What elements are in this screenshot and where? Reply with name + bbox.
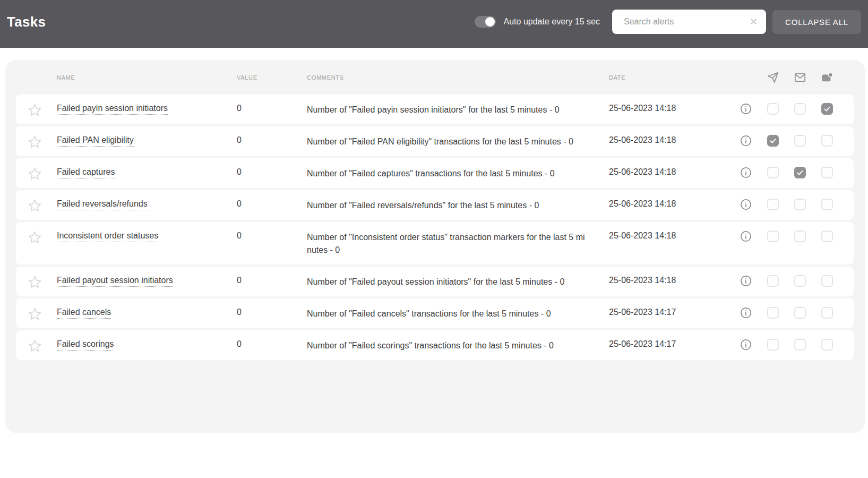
table-row: Failed payin session initiators 0 Number…: [16, 95, 854, 124]
favorite-star-icon[interactable]: [28, 339, 42, 353]
column-header-date: DATE: [609, 74, 740, 81]
mail-checkbox[interactable]: [794, 307, 806, 319]
favorite-star-icon[interactable]: [28, 135, 42, 149]
task-value: 0: [237, 298, 307, 328]
info-icon[interactable]: [740, 231, 752, 242]
task-date: 25-06-2023 14:18: [609, 126, 740, 156]
task-value: 0: [237, 222, 307, 264]
table-body: Failed payin session initiators 0 Number…: [5, 95, 865, 360]
task-name-link[interactable]: Failed PAN eligibility: [57, 135, 134, 147]
notifications-cell: [740, 330, 854, 360]
name-cell: Failed PAN eligibility: [57, 126, 237, 156]
table-row: Failed reversals/refunds 0 Number of "Fa…: [16, 190, 854, 220]
notifications-cell: [740, 267, 854, 296]
favorite-star-icon[interactable]: [28, 231, 42, 245]
favorite-star-icon[interactable]: [28, 275, 42, 289]
search-input[interactable]: [612, 10, 766, 34]
task-name-link[interactable]: Inconsistent order statuses: [57, 231, 158, 242]
telegram-checkbox[interactable]: [767, 167, 779, 178]
table-row: Failed payout session initiators 0 Numbe…: [16, 267, 854, 296]
mail-icon: [794, 72, 806, 83]
task-name-link[interactable]: Failed scorings: [57, 339, 114, 351]
task-value: 0: [237, 158, 307, 188]
push-checkbox[interactable]: [821, 103, 833, 115]
column-header-icons: [740, 72, 854, 83]
favorite-star-icon[interactable]: [28, 307, 42, 321]
notifications-cell: [740, 95, 854, 124]
info-icon[interactable]: [740, 103, 752, 115]
auto-update-label: Auto update every 15 sec: [504, 17, 600, 27]
favorite-star-icon[interactable]: [28, 167, 42, 181]
push-checkbox[interactable]: [821, 231, 833, 242]
mail-checkbox[interactable]: [794, 275, 806, 287]
info-icon[interactable]: [740, 339, 752, 351]
mail-checkbox[interactable]: [794, 167, 806, 178]
app-header: Tasks Auto update every 15 sec ✕ COLLAPS…: [0, 0, 868, 48]
favorite-star-icon[interactable]: [28, 199, 42, 213]
push-checkbox[interactable]: [821, 199, 833, 210]
notifications-cell: [740, 190, 854, 220]
telegram-checkbox[interactable]: [767, 339, 779, 351]
clear-search-icon[interactable]: ✕: [750, 17, 758, 27]
star-cell: [16, 126, 57, 156]
notifications-cell: [740, 222, 854, 264]
telegram-checkbox[interactable]: [767, 275, 779, 287]
push-checkbox[interactable]: [821, 167, 833, 178]
table-row: Failed captures 0 Number of "Failed capt…: [16, 158, 854, 188]
mail-checkbox[interactable]: [794, 199, 806, 210]
push-checkbox[interactable]: [821, 135, 833, 147]
task-date: 25-06-2023 14:17: [609, 298, 740, 328]
star-cell: [16, 267, 57, 296]
star-cell: [16, 95, 57, 124]
task-name-link[interactable]: Failed payout session initiators: [57, 276, 173, 287]
telegram-checkbox[interactable]: [767, 307, 779, 319]
info-icon[interactable]: [740, 135, 752, 147]
task-comment: Number of "Failed PAN eligibility" trans…: [307, 126, 609, 156]
star-cell: [16, 222, 57, 264]
star-cell: [16, 190, 57, 220]
table-row: Failed PAN eligibility 0 Number of "Fail…: [16, 126, 854, 156]
info-column-spacer: [740, 72, 752, 83]
task-value: 0: [237, 126, 307, 156]
notifications-cell: [740, 126, 854, 156]
mail-checkbox[interactable]: [794, 135, 806, 147]
task-name-link[interactable]: Failed reversals/refunds: [57, 199, 148, 210]
task-value: 0: [237, 95, 307, 124]
push-checkbox[interactable]: [821, 275, 833, 287]
task-value: 0: [237, 267, 307, 296]
task-name-link[interactable]: Failed payin session initiators: [57, 104, 168, 115]
telegram-send-icon: [767, 72, 779, 83]
column-header-value: VALUE: [237, 74, 307, 81]
task-date: 25-06-2023 14:18: [609, 95, 740, 124]
task-comment: Number of "Failed reversals/refunds" for…: [307, 190, 609, 220]
info-icon[interactable]: [740, 307, 752, 319]
star-cell: [16, 330, 57, 360]
name-cell: Failed reversals/refunds: [57, 190, 237, 220]
info-icon[interactable]: [740, 167, 752, 178]
info-icon[interactable]: [740, 275, 752, 287]
telegram-checkbox[interactable]: [767, 199, 779, 210]
notifications-cell: [740, 158, 854, 188]
favorite-star-icon[interactable]: [28, 103, 42, 117]
auto-update-toggle[interactable]: [475, 16, 496, 28]
star-cell: [16, 298, 57, 328]
mail-checkbox[interactable]: [794, 231, 806, 242]
tasks-card: NAME VALUE COMMENTS DATE: [5, 60, 865, 433]
telegram-checkbox[interactable]: [767, 231, 779, 242]
mail-checkbox[interactable]: [794, 339, 806, 351]
task-name-link[interactable]: Failed cancels: [57, 308, 111, 319]
telegram-checkbox[interactable]: [767, 135, 779, 147]
header-controls: Auto update every 15 sec ✕ COLLAPSE ALL: [475, 10, 861, 34]
collapse-all-button[interactable]: COLLAPSE ALL: [772, 10, 861, 34]
name-cell: Failed payin session initiators: [57, 95, 237, 124]
telegram-checkbox[interactable]: [767, 103, 779, 115]
table-row: Failed cancels 0 Number of "Failed cance…: [16, 298, 854, 328]
mail-checkbox[interactable]: [794, 103, 806, 115]
task-value: 0: [237, 330, 307, 360]
push-checkbox[interactable]: [821, 307, 833, 319]
push-checkbox[interactable]: [821, 339, 833, 351]
info-icon[interactable]: [740, 199, 752, 210]
page-title: Tasks: [7, 14, 46, 30]
name-cell: Failed payout session initiators: [57, 267, 237, 296]
task-name-link[interactable]: Failed captures: [57, 167, 115, 178]
